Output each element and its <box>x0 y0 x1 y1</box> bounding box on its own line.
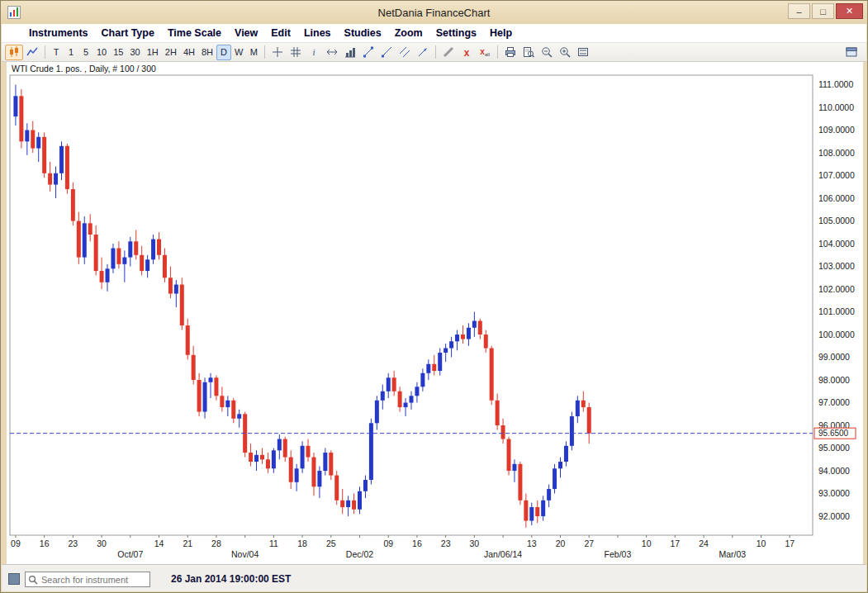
panel-icon <box>846 46 857 58</box>
trend-line-button[interactable] <box>359 45 377 60</box>
candle-body <box>311 458 315 487</box>
timescale-4h-button[interactable]: 4H <box>180 45 198 60</box>
x-axis-label: 23 <box>69 538 78 548</box>
menu-item-edit[interactable]: Edit <box>265 26 296 40</box>
candle-body <box>31 130 35 149</box>
channel-icon <box>399 46 410 58</box>
timescale-5min-button[interactable]: 5 <box>78 45 93 60</box>
panel-toggle-button[interactable] <box>842 45 861 60</box>
menu-item-time-scale[interactable]: Time Scale <box>162 26 227 40</box>
candle-body <box>19 96 23 141</box>
line-icon <box>26 46 38 58</box>
volume-icon <box>344 46 356 58</box>
arrow-line-button[interactable] <box>414 45 432 60</box>
menu-item-zoom[interactable]: Zoom <box>389 26 429 40</box>
candle-body <box>266 459 270 468</box>
delete-line-button[interactable]: x <box>458 45 476 60</box>
minimize-button[interactable]: – <box>788 3 810 19</box>
timescale-daily-button[interactable]: D <box>216 45 231 60</box>
timescale-10min-button[interactable]: 10 <box>93 45 110 60</box>
menu-item-view[interactable]: View <box>229 26 263 40</box>
candle-body <box>404 403 408 408</box>
zoom-fit-button[interactable] <box>574 45 592 60</box>
print-button[interactable] <box>501 45 519 60</box>
x-axis-label: 10 <box>757 538 766 548</box>
maximize-button[interactable]: □ <box>812 3 834 19</box>
candle-body <box>249 453 253 462</box>
candle-body <box>94 235 98 271</box>
x-axis-label: 13 <box>527 538 537 548</box>
menu-item-settings[interactable]: Settings <box>430 26 482 40</box>
crosshair-button[interactable] <box>268 45 287 60</box>
x-axis-label: 16 <box>412 538 422 548</box>
timescale-1min-button[interactable]: 1 <box>64 45 78 60</box>
y-axis-label: 110.0000 <box>818 102 854 112</box>
candle-body <box>25 130 29 142</box>
zoom-out-button[interactable] <box>538 45 556 60</box>
timescale-monthly-button[interactable]: M <box>246 45 261 60</box>
menu-item-chart-type[interactable]: Chart Type <box>96 26 160 40</box>
candle-body <box>59 146 64 173</box>
candle-body <box>346 500 350 507</box>
instrument-search-box[interactable] <box>25 572 150 587</box>
erase-line-button[interactable] <box>439 45 458 60</box>
volume-button[interactable] <box>341 45 359 60</box>
menu-item-help[interactable]: Help <box>484 26 518 40</box>
candle-body <box>524 500 528 521</box>
timescale-tick-button[interactable]: T <box>49 45 64 60</box>
candlestick-chart[interactable]: 111.0000110.0000109.0000108.0000107.0000… <box>7 62 863 566</box>
svg-text:i: i <box>313 47 315 57</box>
y-axis-label: 101.0000 <box>818 306 855 316</box>
menu-item-studies[interactable]: Studies <box>339 26 387 40</box>
y-axis-label: 100.0000 <box>818 330 855 339</box>
timescale-15min-button[interactable]: 15 <box>110 45 126 60</box>
candle-body <box>128 241 132 257</box>
x-axis-label: 17 <box>785 538 794 548</box>
x-axis-label: 28 <box>211 538 221 548</box>
candle-body <box>581 401 586 407</box>
chart-area[interactable]: WTI Crude 1. pos. , Daily, # 100 / 300 1… <box>7 62 863 566</box>
grid-button[interactable] <box>287 45 305 60</box>
candle-body <box>100 271 104 282</box>
title-bar[interactable]: NetDania FinanceChart – □ ✕ <box>1 1 867 24</box>
y-axis-label: 99.0000 <box>818 352 850 362</box>
candle-body <box>42 137 46 173</box>
timescale-1h-button[interactable]: 1H <box>144 45 162 60</box>
timescale-2h-button[interactable]: 2H <box>162 45 180 60</box>
candle-body <box>358 491 362 510</box>
timescale-weekly-button[interactable]: W <box>231 45 246 60</box>
candle-body <box>512 464 516 471</box>
menu-item-lines[interactable]: Lines <box>298 26 337 40</box>
x-axis-label: Feb/03 <box>605 549 632 559</box>
channel-line-button[interactable] <box>396 45 414 60</box>
search-input[interactable] <box>41 573 147 586</box>
window-controls: – □ ✕ <box>786 3 863 19</box>
y-axis-label: 93.0000 <box>818 488 850 498</box>
timescale-30min-button[interactable]: 30 <box>127 45 144 60</box>
delete-all-lines-button[interactable]: xall <box>476 45 494 60</box>
menu-item-instruments[interactable]: Instruments <box>23 26 94 40</box>
candle-body <box>134 241 138 255</box>
candle-body <box>334 476 339 500</box>
zoom-in-button[interactable] <box>556 45 574 60</box>
candle-body <box>260 455 264 460</box>
candle-body <box>478 321 482 335</box>
candle-body <box>467 328 471 339</box>
candle-body <box>449 341 453 348</box>
info-button[interactable]: i <box>305 45 323 60</box>
timescale-8h-button[interactable]: 8H <box>198 45 216 60</box>
horizontal-scroll-button[interactable] <box>323 45 341 60</box>
print-preview-button[interactable] <box>519 45 538 60</box>
x-axis-label: 11 <box>269 538 278 548</box>
candle-body <box>375 401 379 424</box>
line-chart-button[interactable] <box>23 45 41 60</box>
ray-line-button[interactable] <box>377 45 396 60</box>
candle-body <box>295 468 299 482</box>
candle-body <box>254 455 259 462</box>
candle-body <box>553 468 557 489</box>
candle-body <box>225 401 230 407</box>
close-button[interactable]: ✕ <box>836 3 863 19</box>
candlestick-chart-button[interactable] <box>5 45 23 60</box>
candle-body <box>231 401 235 419</box>
candle-body <box>576 401 580 416</box>
